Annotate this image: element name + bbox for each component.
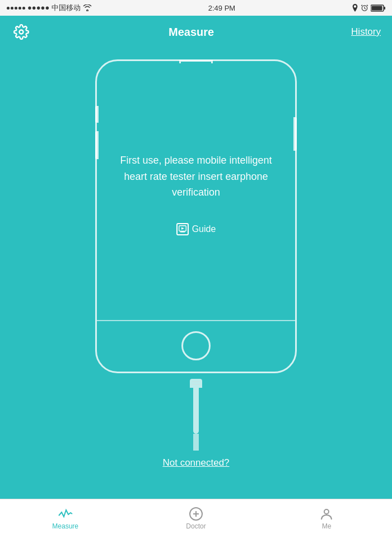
tab-bar: Measure Doctor Me	[0, 499, 392, 538]
phone-illustration: First use, please mobile intelligent hea…	[95, 59, 297, 373]
phone-top-indicator	[179, 60, 213, 63]
nav-bar: Measure History	[0, 16, 392, 48]
phone-outline: First use, please mobile intelligent hea…	[95, 59, 297, 373]
status-time: 2:49 PM	[208, 4, 235, 12]
settings-button[interactable]	[11, 22, 31, 42]
tab-measure[interactable]: Measure	[0, 507, 130, 530]
nav-title: Measure	[169, 26, 214, 39]
svg-marker-6	[181, 228, 184, 230]
jack-cable	[193, 434, 199, 451]
status-left: ●●●●● 中国移动	[7, 3, 92, 13]
instruction-text: First use, please mobile intelligent hea…	[108, 152, 284, 201]
battery-icon	[371, 4, 385, 12]
carrier-label: ●●●●● 中国移动	[27, 3, 81, 13]
svg-point-4	[20, 30, 24, 34]
measure-icon	[58, 507, 73, 521]
guide-label: Guide	[192, 224, 216, 234]
jack-stem	[193, 388, 199, 427]
jack-tip	[193, 427, 199, 434]
guide-icon	[176, 223, 189, 235]
tab-measure-label: Measure	[52, 522, 78, 530]
tab-doctor-label: Doctor	[186, 522, 206, 530]
tab-me-label: Me	[322, 522, 332, 530]
earphone-section: Not connected?	[162, 379, 229, 469]
svg-point-12	[324, 509, 329, 514]
gear-icon	[13, 24, 29, 40]
tab-me[interactable]: Me	[262, 507, 392, 530]
alarm-icon	[361, 4, 368, 12]
phone-home-button[interactable]	[181, 331, 211, 360]
phone-screen: First use, please mobile intelligent hea…	[97, 68, 295, 321]
tab-doctor[interactable]: Doctor	[130, 507, 261, 530]
svg-rect-3	[371, 6, 382, 10]
status-right	[352, 4, 385, 12]
not-connected-button[interactable]: Not connected?	[162, 457, 229, 469]
main-content: First use, please mobile intelligent hea…	[0, 48, 392, 499]
location-icon	[352, 4, 358, 12]
wifi-icon	[83, 4, 92, 11]
earphone-jack	[190, 379, 202, 451]
status-bar: ●●●●● 中国移动 2:49 PM	[0, 0, 392, 16]
svg-rect-2	[384, 7, 385, 10]
jack-head	[190, 379, 202, 388]
doctor-icon	[188, 507, 204, 521]
guide-button[interactable]: Guide	[176, 223, 216, 235]
me-icon	[319, 507, 334, 521]
history-button[interactable]: History	[351, 26, 381, 38]
signal-dots	[7, 7, 25, 10]
